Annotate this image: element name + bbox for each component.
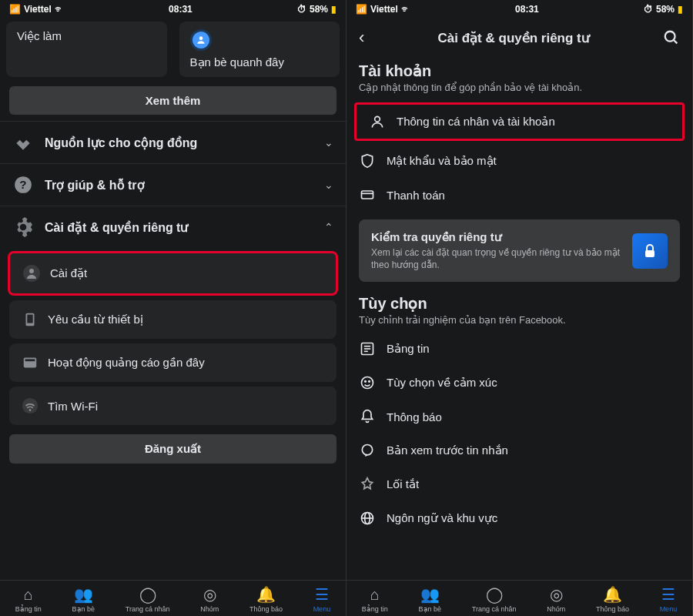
handshake-icon: [12, 132, 34, 152]
clock-label: 08:31: [515, 4, 539, 15]
menu-icon: ☰: [661, 585, 675, 604]
section-title-account: Tài khoản: [346, 57, 692, 82]
logout-button[interactable]: Đăng xuất: [9, 434, 336, 464]
chat-icon: [359, 443, 376, 458]
page-title: Cài đặt & quyền riêng tư: [377, 30, 651, 46]
svg-point-24: [362, 445, 372, 455]
svg-point-22: [365, 381, 367, 383]
battery-label: 58%: [656, 4, 675, 15]
bottom-nav: ⌂Bảng tin 👥Bạn bè ◯Trang cá nhân ◎Nhóm 🔔…: [346, 580, 692, 616]
nav-menu[interactable]: ☰Menu: [660, 585, 678, 613]
gear-icon: [12, 217, 34, 237]
bell-icon: 🔔: [256, 585, 276, 604]
nav-profile[interactable]: ◯Trang cá nhân: [472, 585, 517, 613]
svg-rect-16: [645, 250, 654, 257]
nav-menu[interactable]: ☰Menu: [313, 585, 331, 613]
nav-notifications[interactable]: 🔔Thông báo: [249, 585, 283, 613]
chip-nearby-friends[interactable]: Bạn bè quanh đây: [179, 22, 340, 77]
left-pane: 📶 Viettel ᯤ 08:31 ⏱ 58% ▮ Việc làm Bạn b…: [0, 0, 346, 616]
see-more-button[interactable]: Xem thêm: [9, 86, 336, 115]
card-settings[interactable]: Cài đặt: [8, 251, 338, 296]
card-recent-ads[interactable]: Hoạt động quảng cáo gần đây: [9, 343, 336, 382]
card-find-wifi[interactable]: Tìm Wi-Fi: [9, 387, 336, 425]
nav-friends[interactable]: 👥Bạn bè: [419, 585, 442, 613]
svg-point-13: [375, 116, 380, 122]
nav-feed[interactable]: ⌂Bảng tin: [15, 585, 42, 613]
pin-icon: [359, 477, 376, 492]
signal-icon: 📶: [356, 4, 367, 15]
nearby-icon: [190, 29, 212, 51]
row-personal-info[interactable]: Thông tin cá nhân và tài khoản: [354, 102, 685, 141]
card-device-requests[interactable]: Yêu cầu từ thiết bị: [9, 300, 336, 339]
svg-point-23: [369, 381, 370, 383]
battery-icon: ▮: [331, 4, 336, 15]
friends-icon: 👥: [420, 585, 440, 604]
friends-icon: 👥: [74, 585, 93, 604]
row-reactions[interactable]: Tùy chọn về cảm xúc: [346, 366, 692, 400]
row-shortcuts[interactable]: Lối tắt: [346, 467, 692, 501]
nav-notifications[interactable]: 🔔Thông báo: [596, 585, 629, 613]
header-bar: ‹ Cài đặt & quyền riêng tư: [346, 18, 692, 57]
wifi-icon: ᯤ: [401, 4, 410, 15]
ads-icon: [22, 354, 38, 371]
svg-point-9: [22, 398, 38, 413]
chevron-down-icon: ⌄: [324, 179, 333, 191]
svg-point-10: [29, 409, 32, 411]
nav-groups[interactable]: ◎Nhóm: [547, 585, 565, 613]
alarm-icon: ⏱: [644, 4, 653, 15]
feed-icon: [359, 341, 376, 357]
home-icon: ⌂: [370, 585, 380, 604]
row-message-preview[interactable]: Bản xem trước tin nhắn: [346, 434, 692, 467]
signal-icon: 📶: [9, 4, 21, 15]
nav-profile[interactable]: ◯Trang cá nhân: [126, 585, 170, 613]
row-payment[interactable]: Thanh toán: [346, 178, 692, 212]
row-notifications[interactable]: Thông báo: [346, 400, 692, 434]
nav-friends[interactable]: 👥Bạn bè: [72, 585, 95, 613]
privacy-checkup-card[interactable]: Kiểm tra quyền riêng tư Xem lại các cài …: [359, 219, 680, 282]
bell-icon: 🔔: [603, 585, 622, 604]
battery-label: 58%: [310, 4, 328, 15]
svg-point-0: [199, 36, 203, 40]
svg-point-4: [29, 269, 34, 273]
section-community[interactable]: Nguồn lực cho cộng đồng ⌄: [0, 121, 346, 163]
clock-label: 08:31: [169, 4, 192, 15]
svg-point-21: [362, 377, 373, 389]
person-gear-icon: [22, 264, 41, 283]
section-sub-account: Cập nhật thông tin để góp phần bảo vệ tà…: [346, 82, 692, 99]
bell-icon: [359, 409, 376, 424]
row-password-security[interactable]: Mật khẩu và bảo mật: [346, 144, 692, 178]
section-settings-privacy[interactable]: Cài đặt & quyền riêng tư ⌃: [0, 206, 346, 248]
nav-groups[interactable]: ◎Nhóm: [200, 585, 219, 613]
wifi-circle-icon: [22, 397, 38, 414]
back-button[interactable]: ‹: [359, 28, 364, 48]
nav-feed[interactable]: ⌂Bảng tin: [362, 585, 388, 613]
device-icon: [22, 311, 38, 328]
globe-icon: [359, 511, 376, 526]
groups-icon: ◎: [203, 585, 216, 604]
menu-icon: ☰: [315, 585, 329, 604]
person-icon: [369, 114, 386, 129]
groups-icon: ◎: [550, 585, 563, 604]
chip-jobs[interactable]: Việc làm: [6, 22, 167, 77]
carrier-label: Viettel: [24, 4, 52, 15]
shield-icon: [359, 153, 376, 169]
row-language[interactable]: Ngôn ngữ và khu vực: [346, 501, 692, 535]
section-title-options: Tùy chọn: [346, 290, 692, 314]
privacy-sub: Xem lại các cài đặt quan trọng về quyền …: [371, 247, 623, 271]
status-bar: 📶 Viettel ᯤ 08:31 ⏱ 58% ▮: [346, 0, 692, 18]
battery-icon: ▮: [678, 4, 683, 15]
svg-line-12: [674, 40, 678, 44]
profile-icon: ◯: [139, 585, 156, 604]
status-bar: 📶 Viettel ᯤ 08:31 ⏱ 58% ▮: [0, 0, 346, 18]
search-button[interactable]: [663, 29, 680, 46]
lock-icon: [632, 233, 668, 269]
home-icon: ⌂: [24, 585, 33, 604]
section-help[interactable]: ? Trợ giúp & hỗ trợ ⌄: [0, 163, 346, 206]
svg-text:?: ?: [19, 178, 26, 191]
section-sub-options: Tùy chỉnh trải nghiệm của bạn trên Faceb…: [346, 314, 692, 332]
alarm-icon: ⏱: [297, 4, 306, 15]
privacy-title: Kiểm tra quyền riêng tư: [371, 230, 623, 244]
chevron-down-icon: ⌄: [324, 136, 333, 149]
row-feed[interactable]: Bảng tin: [346, 332, 692, 366]
svg-point-11: [665, 32, 675, 42]
